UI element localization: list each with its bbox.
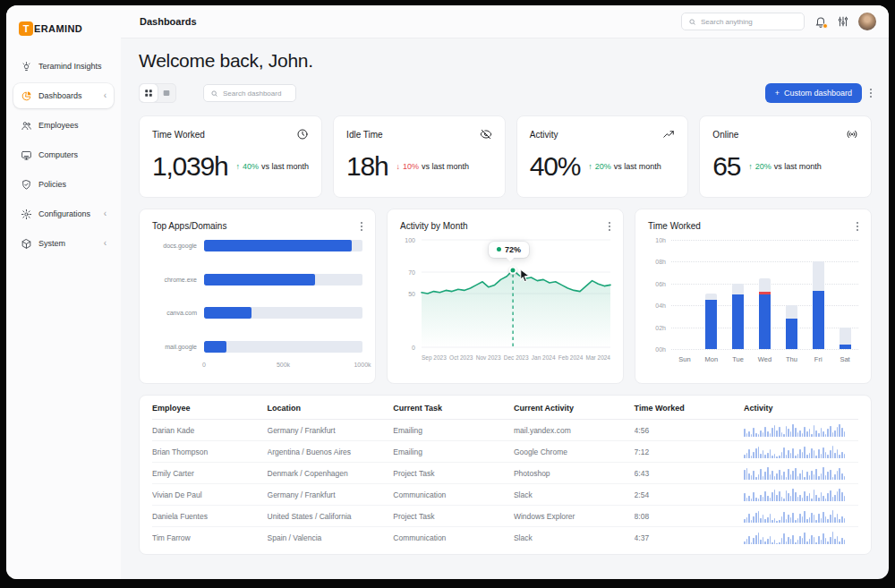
sidebar-item-policies[interactable]: Policies [13, 172, 114, 197]
list-view-button[interactable] [158, 84, 175, 102]
column-header[interactable]: Current Activity [514, 404, 635, 413]
notifications-button[interactable] [814, 15, 827, 29]
sidebar-item-employees[interactable]: Employees [13, 113, 114, 138]
dashboard-search-input[interactable] [223, 89, 289, 98]
cell-employee: Vivian De Paul [152, 490, 268, 499]
bar-track[interactable] [204, 341, 362, 353]
worked-segment [786, 319, 797, 349]
cell-task: Project Task [393, 469, 514, 478]
table-header-row: EmployeeLocationCurrent TaskCurrent Acti… [152, 397, 858, 420]
table-row[interactable]: Tim FarrowSpain / ValenciaCommunicationS… [152, 527, 858, 549]
bar-track[interactable] [204, 307, 362, 319]
sidebar-item-dashboards[interactable]: Dashboards‹ [13, 83, 114, 108]
chevron-left-icon[interactable]: ‹ [104, 209, 107, 218]
pie-chart-icon [21, 90, 32, 102]
bar-track[interactable] [204, 274, 362, 285]
stacked-bar [732, 284, 744, 349]
kpi-card-activity: Activity40%↑20%vs last month [516, 115, 689, 198]
x-tick: 500k [277, 362, 290, 368]
bar-column-sat[interactable] [831, 240, 858, 349]
plus-icon: + [775, 89, 780, 98]
filter-sliders-button[interactable] [836, 15, 849, 29]
sidebar-item-teramind-insights[interactable]: Teramind Insights [13, 54, 114, 79]
time-worked-card: Time Worked 00h02h04h06h08h10h SunMonTue… [635, 209, 872, 384]
cell-time: 2:54 [635, 490, 744, 499]
y-tick: 100 [405, 237, 415, 243]
broadcast-icon [846, 128, 858, 141]
grid-view-button[interactable] [140, 84, 158, 102]
dashboard-search[interactable] [203, 84, 296, 102]
stacked-bar [813, 261, 824, 349]
x-axis: 0500k1000k [204, 360, 362, 371]
global-search[interactable] [681, 13, 805, 30]
table-row[interactable]: Darian KadeGermany / FrankfurtEmailingma… [152, 420, 858, 441]
bar-column-sun[interactable] [671, 240, 698, 349]
x-tick: Feb 2024 [558, 354, 583, 361]
bar-row-mail.google: mail.google [152, 341, 362, 353]
column-header[interactable]: Current Task [393, 404, 514, 413]
chart-tooltip: 72% [489, 242, 529, 258]
kpi-label: Activity [530, 130, 558, 140]
x-tick: Nov 2023 [476, 354, 501, 361]
more-options-button[interactable] [870, 89, 872, 98]
chart-menu-button[interactable] [609, 222, 610, 231]
bar-column-wed[interactable] [752, 240, 779, 349]
cell-time: 8:08 [635, 512, 744, 521]
bar-label: mail.google [152, 344, 197, 350]
activity-sparkline [744, 446, 858, 458]
cell-activity: Google Chrome [514, 447, 635, 456]
x-tick: Jan 2024 [532, 354, 556, 361]
stacked-bar [759, 278, 771, 349]
table-row[interactable]: Brian ThompsonArgentina / Buenos AiresEm… [152, 441, 858, 463]
chart-menu-button[interactable] [857, 222, 858, 231]
custom-dashboard-button[interactable]: + Custom dashboard [765, 83, 862, 103]
line-chart-plot[interactable]: 0507010072% [422, 240, 610, 347]
bar-row-canva.com: canva.com [152, 307, 362, 319]
chart-menu-button[interactable] [361, 222, 362, 231]
bar-label: chrome.exe [152, 277, 197, 283]
kpi-delta: ↑20%vs last month [588, 162, 661, 171]
bar-column-mon[interactable] [698, 240, 725, 349]
bar-column-thu[interactable] [778, 240, 805, 349]
kpi-card-time-worked: Time Worked1,039h↑40%vs last month [139, 115, 322, 198]
data-point-marker[interactable] [509, 266, 517, 274]
brand-name: ERAMIND [34, 23, 82, 34]
cell-activity: Photoshop [514, 469, 635, 478]
search-input[interactable] [701, 18, 797, 26]
sidebar-item-configurations[interactable]: Configurations‹ [13, 201, 114, 226]
table-row[interactable]: Vivian De PaulGermany / FrankfurtCommuni… [152, 484, 858, 506]
cell-task: Emailing [393, 447, 514, 456]
worked-segment [759, 294, 771, 349]
cell-activity: mail.yandex.com [514, 426, 635, 435]
y-tick: 10h [655, 237, 666, 243]
sidebar: T ERAMIND Teramind InsightsDashboards‹Em… [6, 5, 121, 579]
sidebar-item-system[interactable]: System‹ [13, 231, 114, 256]
user-avatar[interactable] [858, 13, 876, 30]
weekly-bar-plot[interactable]: 00h02h04h06h08h10h [671, 240, 858, 349]
column-header[interactable]: Location [268, 404, 394, 413]
column-header[interactable]: Time Worked [635, 404, 744, 413]
y-tick: 00h [655, 346, 666, 353]
sidebar-item-label: System [38, 239, 65, 248]
worked-segment [705, 300, 717, 349]
column-header[interactable]: Employee [152, 404, 268, 413]
bulb-icon [21, 61, 32, 72]
x-tick: Tue [725, 355, 752, 363]
people-icon [21, 120, 32, 132]
cell-location: Argentina / Buenos Aires [268, 447, 394, 456]
sidebar-item-computers[interactable]: Computers [13, 142, 114, 167]
cell-activity: Windows Explorer [514, 512, 635, 521]
bar-track[interactable] [204, 240, 362, 251]
bar-column-tue[interactable] [725, 240, 752, 349]
bar-column-fri[interactable] [805, 240, 831, 349]
kpi-value: 18h [346, 151, 388, 182]
notification-badge [823, 23, 828, 29]
people-icon [21, 120, 32, 132]
table-row[interactable]: Emily CarterDenmark / CopenhagenProject … [152, 463, 858, 484]
sidebar-item-label: Configurations [38, 209, 90, 218]
chevron-left-icon[interactable]: ‹ [104, 239, 107, 248]
table-row[interactable]: Daniela FuentesUnited States / Californi… [152, 506, 858, 527]
column-header[interactable]: Activity [744, 404, 858, 413]
eye-off-icon [480, 128, 492, 141]
chevron-left-icon[interactable]: ‹ [104, 91, 107, 100]
